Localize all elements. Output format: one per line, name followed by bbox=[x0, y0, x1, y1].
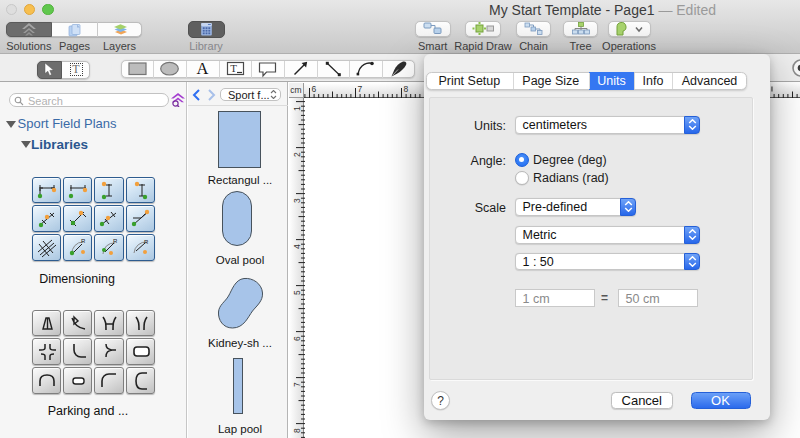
svg-text:6: 6 bbox=[312, 84, 317, 94]
svg-text:7: 7 bbox=[358, 84, 363, 94]
svg-text:4: 4 bbox=[292, 244, 302, 249]
svg-text:8: 8 bbox=[292, 428, 302, 433]
svg-text:7: 7 bbox=[292, 382, 302, 387]
svg-text:8: 8 bbox=[404, 84, 409, 94]
svg-text:1: 1 bbox=[292, 106, 302, 111]
svg-text:2: 2 bbox=[292, 152, 302, 157]
svg-text:6: 6 bbox=[292, 336, 302, 341]
svg-text:A: A bbox=[196, 59, 208, 78]
svg-text:3: 3 bbox=[292, 198, 302, 203]
svg-text:5: 5 bbox=[292, 290, 302, 295]
svg-text:T: T bbox=[230, 62, 237, 74]
